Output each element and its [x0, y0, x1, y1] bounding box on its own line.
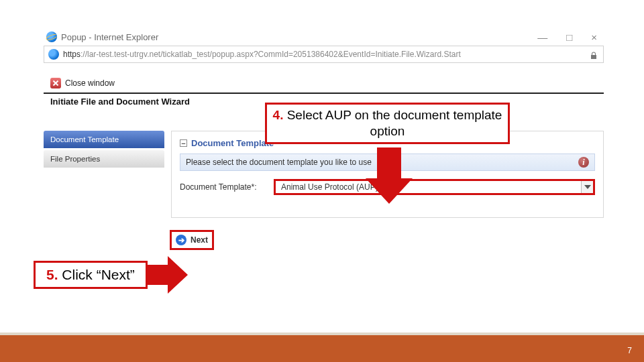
panel-title: Document Template: [191, 138, 274, 148]
close-icon: [50, 78, 61, 88]
chevron-down-icon: [581, 181, 593, 193]
url-path: /tickatlab_test/popup.aspx?CommId=205138…: [160, 50, 461, 59]
wizard-body: Document Template File Properties − Docu…: [44, 131, 604, 218]
ie-icon: [48, 49, 59, 60]
ie-icon: [46, 32, 57, 42]
next-row: ➔ Next: [44, 230, 604, 250]
select-value: Animal Use Protocol (AUP): [276, 182, 581, 192]
lock-icon: [590, 50, 598, 58]
callout-step-5: 5. Click “Next”: [34, 256, 188, 294]
arrow-right-icon: [148, 256, 188, 294]
next-button[interactable]: ➔ Next: [170, 230, 214, 250]
close-button[interactable]: ×: [591, 32, 597, 43]
arrow-down-icon: [366, 147, 413, 204]
wizard-sidebar: Document Template File Properties: [44, 131, 164, 218]
callout-step-4: 4. Select AUP on the document template o…: [265, 103, 510, 144]
next-button-label: Next: [191, 235, 208, 245]
template-field-label: Document Template*:: [180, 182, 267, 192]
url-scheme: https: [63, 50, 80, 59]
instruction-text: Please select the document template you …: [186, 158, 372, 167]
document-template-select[interactable]: Animal Use Protocol (AUP): [274, 179, 595, 195]
address-bar[interactable]: https://lar-test.test-utrgv.net/tickatla…: [44, 46, 604, 63]
collapse-icon[interactable]: −: [180, 139, 187, 147]
window-controls: — □ ×: [537, 32, 604, 43]
divider: [44, 93, 604, 94]
maximize-button[interactable]: □: [566, 32, 572, 43]
callout-number: 5.: [46, 267, 58, 282]
sidebar-item-document-template[interactable]: Document Template: [44, 131, 164, 148]
title-bar: Popup - Internet Explorer — □ ×: [44, 28, 604, 46]
window-title: Popup - Internet Explorer: [61, 32, 158, 42]
callout-step-5-box: 5. Click “Next”: [34, 261, 148, 289]
page-number: 7: [627, 346, 632, 355]
url-host: ://lar-test.test-utrgv.net: [80, 50, 160, 59]
callout-text: Click “Next”: [58, 267, 135, 282]
info-icon[interactable]: i: [578, 157, 589, 168]
callout-text: Select AUP on the document template opti…: [283, 108, 502, 138]
slide-footer: 7: [0, 335, 644, 362]
minimize-button[interactable]: —: [537, 32, 547, 43]
sidebar-item-file-properties[interactable]: File Properties: [44, 150, 164, 168]
callout-number: 4.: [273, 108, 284, 122]
close-window-link[interactable]: Close window: [50, 78, 604, 88]
arrow-right-icon: ➔: [176, 235, 186, 245]
close-window-label: Close window: [65, 78, 115, 88]
sidebar-item-label: File Properties: [50, 155, 100, 163]
slide: Popup - Internet Explorer — □ × https://…: [0, 0, 644, 362]
url-text: https://lar-test.test-utrgv.net/tickatla…: [63, 50, 584, 59]
sidebar-item-label: Document Template: [50, 135, 119, 143]
